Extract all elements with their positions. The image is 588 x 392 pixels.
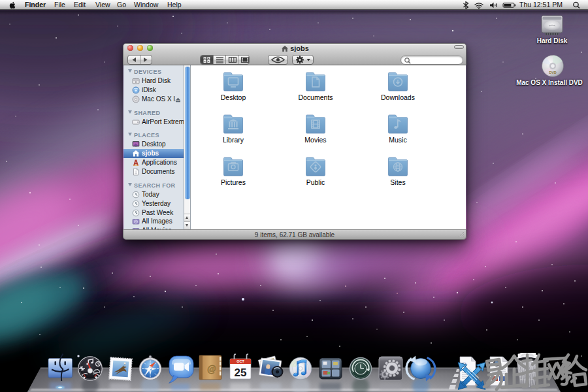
svg-text:OCT: OCT — [237, 359, 244, 363]
svg-text:DVD: DVD — [549, 71, 557, 74]
svg-text:@: @ — [207, 363, 216, 374]
svg-text:25: 25 — [235, 367, 247, 379]
